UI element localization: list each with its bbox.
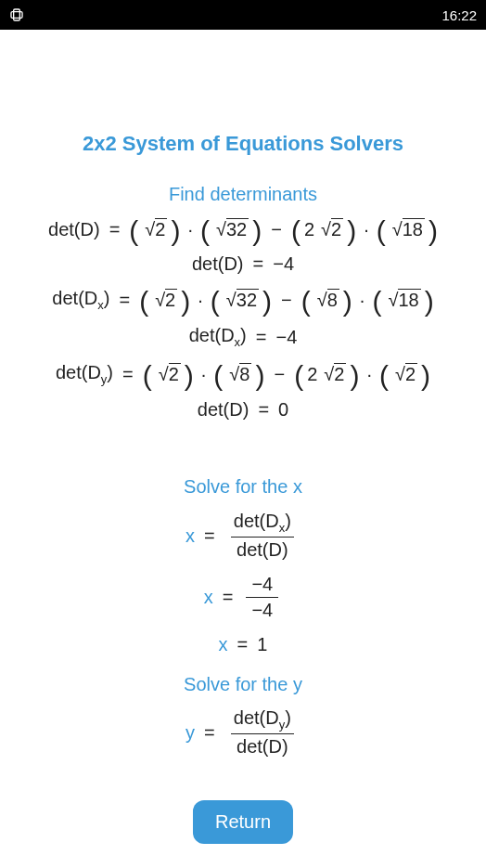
equation-detDx-expansion: det(Dx) = (2) · (32) − (8) · (18) <box>14 288 472 312</box>
equation-x-substituted: x= −4 −4 <box>14 574 472 621</box>
equation-detDx-result: det(Dx)=−4 <box>14 325 472 349</box>
equation-detD-expansion: det(D) = (2) · (32) − (22) · (18) <box>14 218 472 240</box>
content-area: 2x2 System of Equations Solvers Find det… <box>0 30 486 757</box>
section-determinants: Find determinants <box>14 184 472 205</box>
svg-rect-0 <box>14 9 20 20</box>
return-button[interactable]: Return <box>193 800 293 844</box>
equation-x-result: x=1 <box>14 634 472 655</box>
equation-x-formula: x= det(Dx) det(D) <box>14 511 472 561</box>
equation-detDy-result: det(D)=0 <box>14 399 472 421</box>
svg-rect-1 <box>11 12 22 19</box>
equation-detD-result: det(D)=−4 <box>14 253 472 275</box>
section-solve-y: Solve for the y <box>14 674 472 695</box>
status-bar: 16:22 <box>0 0 486 30</box>
section-solve-x: Solve for the x <box>14 476 472 498</box>
page-title: 2x2 System of Equations Solvers <box>14 132 472 156</box>
rotate-icon <box>9 7 24 22</box>
equation-detDy-expansion: det(Dy) = (2) · (8) − (22) · (2) <box>14 362 472 386</box>
equation-y-formula: y= det(Dy) det(D) <box>14 708 472 757</box>
status-time: 16:22 <box>441 7 477 23</box>
